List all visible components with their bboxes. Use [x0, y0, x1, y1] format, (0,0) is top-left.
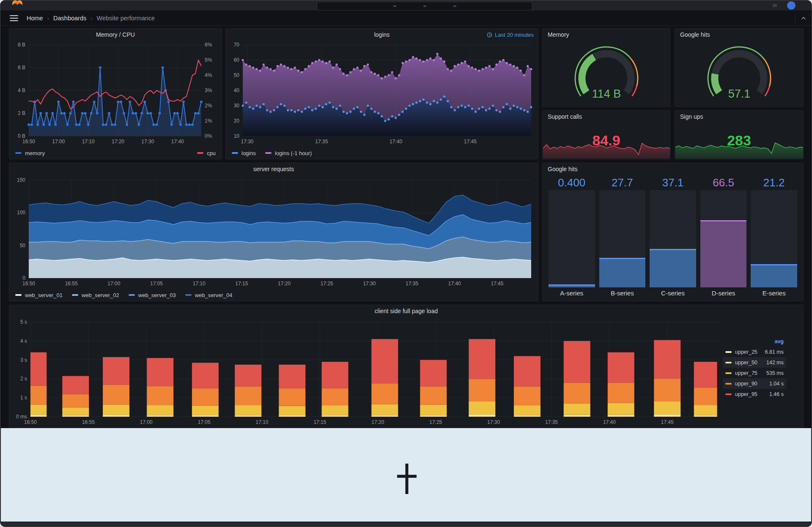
legend-swatch — [129, 294, 135, 296]
svg-text:17:35: 17:35 — [315, 139, 328, 145]
avg-legend-table: avgupper_256.81 msupper_50142 msupper_75… — [723, 317, 803, 429]
client-page-load-chart[interactable]: 0 ms1 s2 s3 s4 s5 s16:5016:5517:0017:051… — [9, 317, 723, 429]
legend-item-web-server-02[interactable]: web_server_02 — [72, 292, 119, 298]
bar-gauge-track — [650, 190, 696, 287]
legend-avg-value: 1.46 s — [769, 391, 784, 397]
legend-label: web_server_02 — [82, 292, 119, 298]
svg-text:16:55: 16:55 — [65, 281, 78, 287]
breadcrumb: Home › Dashboards › Website performance — [27, 15, 155, 22]
legend-item-upper_90[interactable]: upper_901.04 s — [723, 378, 786, 389]
extension-icon[interactable] — [773, 4, 777, 7]
legend-item-web-server-04[interactable]: web_server_04 — [185, 292, 233, 298]
bar-gauge-label: D-series — [700, 287, 747, 298]
panel-title[interactable]: Google hits — [543, 163, 803, 175]
svg-text:1 s: 1 s — [20, 395, 27, 401]
bar-gauge-fill — [751, 264, 797, 287]
bar-gauge-column[interactable]: 27.7B-series — [599, 176, 646, 298]
panel-title[interactable]: Google hits — [675, 29, 803, 41]
svg-text:17:10: 17:10 — [82, 139, 95, 145]
menu-toggle-icon[interactable] — [10, 15, 18, 21]
bar-gauge-label: C-series — [650, 287, 696, 298]
svg-text:0: 0 — [22, 275, 25, 281]
svg-text:150: 150 — [17, 177, 25, 183]
add-panel-zone[interactable] — [1, 428, 811, 522]
svg-text:17:00: 17:00 — [107, 281, 120, 287]
bar-gauge-column[interactable]: 0.400A-series — [549, 176, 595, 298]
legend-item-web-server-01[interactable]: web_server_01 — [15, 292, 63, 298]
panel-title[interactable]: Sign ups — [675, 111, 803, 123]
time-range-badge[interactable]: Last 20 minutes — [487, 29, 534, 41]
time-range-label: Last 20 minutes — [495, 32, 534, 38]
svg-text:4 B: 4 B — [18, 87, 25, 93]
bar-gauge-column[interactable]: 21.2E-series — [751, 176, 797, 298]
svg-text:17:10: 17:10 — [193, 281, 206, 287]
panel-title[interactable]: Support calls — [543, 111, 670, 123]
legend-avg-value: 535 ms — [766, 370, 784, 376]
breadcrumb-dashboards[interactable]: Dashboards — [53, 15, 86, 22]
panel-google-hits-bars: Google hits 0.400A-series27.7B-series37.… — [542, 163, 804, 301]
avg-column-header[interactable]: avg — [723, 336, 786, 347]
panel-title[interactable]: client side full page load — [9, 305, 803, 317]
bar-gauge-track — [700, 190, 747, 287]
grafana-logo-icon[interactable] — [11, 0, 23, 8]
legend-swatch — [725, 351, 732, 353]
svg-text:17:30: 17:30 — [487, 419, 500, 425]
legend-swatch — [185, 294, 192, 296]
bar-gauge-track — [751, 190, 797, 287]
bar-gauge-fill — [549, 284, 595, 287]
legend-swatch — [725, 362, 732, 363]
bar-gauge-value: 27.7 — [599, 176, 646, 190]
breadcrumb-current-dashboard: Website performance — [97, 15, 155, 22]
svg-text:17:20: 17:20 — [278, 281, 291, 287]
legend-label: web_server_04 — [195, 292, 233, 298]
google-hits-bar-gauge[interactable]: 0.400A-series27.7B-series37.1C-series66.… — [543, 175, 803, 301]
bar-gauge-value: 37.1 — [650, 176, 696, 190]
legend-swatch — [725, 372, 732, 374]
bar-gauge-label: A-series — [549, 287, 595, 298]
window-bottom-frame — [1, 522, 811, 527]
svg-text:3%: 3% — [205, 87, 212, 93]
breadcrumb-home[interactable]: Home — [27, 15, 43, 22]
chevron-up-icon[interactable] — [801, 15, 807, 21]
support-calls-value: 84.9 — [543, 132, 670, 149]
legend-item-logins[interactable]: logins — [232, 150, 256, 156]
svg-text:17:40: 17:40 — [603, 419, 616, 425]
svg-text:40: 40 — [234, 87, 240, 93]
logins-chart[interactable]: 1020304050607017:3017:3517:4017:45 — [226, 41, 538, 147]
legend-item-cpu[interactable]: cpu — [197, 150, 216, 156]
memory-cpu-chart[interactable]: 0 B2 B4 B6 B8 B0%1%2%3%4%5%6%16:5017:001… — [9, 41, 222, 147]
panel-title[interactable]: Memory / CPU — [9, 29, 222, 41]
legend-item-web-server-03[interactable]: web_server_03 — [129, 292, 176, 298]
profile-avatar[interactable] — [787, 1, 796, 10]
svg-text:16:50: 16:50 — [24, 419, 37, 425]
legend-label: memory — [25, 150, 45, 156]
bar-gauge-track — [549, 190, 595, 287]
svg-text:0 B: 0 B — [18, 133, 25, 139]
svg-text:17:35: 17:35 — [406, 281, 418, 287]
bar-gauge-fill — [599, 258, 646, 287]
svg-text:17:40: 17:40 — [171, 139, 184, 145]
google-hits-gauge[interactable]: 57.1 — [675, 41, 803, 106]
svg-text:1%: 1% — [205, 118, 212, 124]
legend-item-memory[interactable]: memory — [15, 150, 45, 156]
legend-label: upper_75 — [735, 370, 766, 376]
bar-gauge-value: 66.5 — [700, 176, 747, 190]
legend-item-upper_50[interactable]: upper_50142 ms — [723, 357, 786, 368]
legend-item-upper_25[interactable]: upper_256.81 ms — [723, 347, 786, 357]
legend-item-upper_75[interactable]: upper_75535 ms — [723, 368, 786, 378]
svg-text:0%: 0% — [205, 133, 212, 139]
legend-swatch — [197, 152, 203, 154]
search-placeholder-glyph — [423, 5, 426, 7]
legend-label: upper_90 — [735, 381, 769, 387]
legend-item-logins-1-hour[interactable]: logins (-1 hour) — [265, 150, 312, 156]
search-bar[interactable] — [317, 2, 532, 11]
server-requests-chart[interactable]: 05010015016:5016:5517:0017:0517:1017:151… — [9, 175, 538, 289]
panel-support-calls: Support calls 84.9 — [542, 110, 670, 159]
svg-text:17:00: 17:00 — [140, 419, 153, 425]
panel-title[interactable]: Memory — [543, 29, 670, 41]
panel-title[interactable]: server requests — [9, 163, 538, 175]
memory-gauge[interactable]: 114 B — [543, 41, 670, 106]
legend-item-upper_95[interactable]: upper_951.46 s — [723, 389, 786, 399]
bar-gauge-column[interactable]: 66.5D-series — [700, 176, 747, 298]
bar-gauge-column[interactable]: 37.1C-series — [650, 176, 696, 298]
